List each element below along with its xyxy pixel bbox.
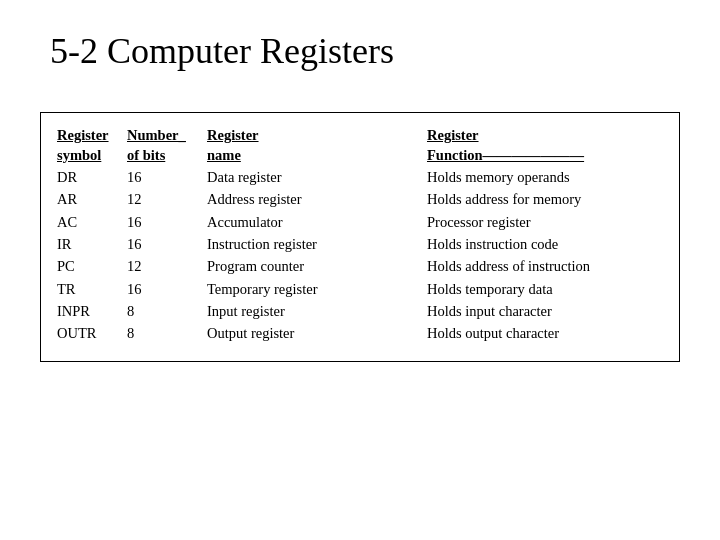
cell-name: Data register <box>207 166 427 188</box>
cell-symbol: INPR <box>57 300 127 322</box>
cell-symbol: TR <box>57 278 127 300</box>
cell-function: Holds address of instruction <box>427 255 663 277</box>
cell-name: Address register <box>207 188 427 210</box>
header-name: Registername <box>207 125 427 166</box>
cell-number: 16 <box>127 233 207 255</box>
table-row: TR16Temporary registerHolds temporary da… <box>57 278 663 300</box>
cell-number: 12 <box>127 188 207 210</box>
page-title: 5-2 Computer Registers <box>0 0 720 92</box>
table-row: AC16AccumulatorProcessor register <box>57 211 663 233</box>
header-function: RegisterFunction——————— <box>427 125 663 166</box>
cell-symbol: AR <box>57 188 127 210</box>
cell-number: 12 <box>127 255 207 277</box>
cell-function: Holds input character <box>427 300 663 322</box>
cell-symbol: OUTR <box>57 322 127 344</box>
cell-name: Program counter <box>207 255 427 277</box>
table-row: DR16Data registerHolds memory operands <box>57 166 663 188</box>
table-row: INPR8Input registerHolds input character <box>57 300 663 322</box>
table-row: PC12Program counterHolds address of inst… <box>57 255 663 277</box>
cell-symbol: IR <box>57 233 127 255</box>
cell-number: 16 <box>127 166 207 188</box>
cell-function: Holds temporary data <box>427 278 663 300</box>
cell-number: 8 <box>127 300 207 322</box>
cell-function: Holds memory operands <box>427 166 663 188</box>
cell-function: Holds address for memory <box>427 188 663 210</box>
cell-name: Accumulator <box>207 211 427 233</box>
cell-symbol: DR <box>57 166 127 188</box>
cell-symbol: PC <box>57 255 127 277</box>
cell-function: Holds instruction code <box>427 233 663 255</box>
cell-name: Instruction register <box>207 233 427 255</box>
registers-table-container: Registersymbol Number_of bits Registerna… <box>40 112 680 362</box>
header-symbol: Registersymbol <box>57 125 127 166</box>
table-row: AR12Address registerHolds address for me… <box>57 188 663 210</box>
cell-name: Output register <box>207 322 427 344</box>
cell-name: Input register <box>207 300 427 322</box>
cell-symbol: AC <box>57 211 127 233</box>
table-row: IR16Instruction registerHolds instructio… <box>57 233 663 255</box>
header-number: Number_of bits <box>127 125 207 166</box>
registers-table: Registersymbol Number_of bits Registerna… <box>57 125 663 345</box>
cell-function: Holds output character <box>427 322 663 344</box>
cell-name: Temporary register <box>207 278 427 300</box>
table-header-row: Registersymbol Number_of bits Registerna… <box>57 125 663 166</box>
cell-number: 16 <box>127 211 207 233</box>
cell-function: Processor register <box>427 211 663 233</box>
cell-number: 8 <box>127 322 207 344</box>
cell-number: 16 <box>127 278 207 300</box>
table-row: OUTR8Output registerHolds output charact… <box>57 322 663 344</box>
